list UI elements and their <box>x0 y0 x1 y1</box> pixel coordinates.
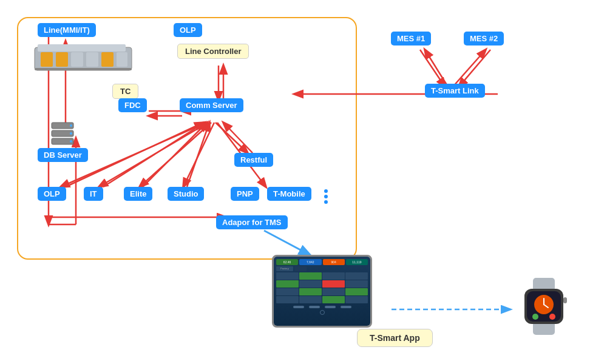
elite-box: Elite <box>124 187 152 201</box>
watch-icon <box>520 278 568 338</box>
stat1: 62.46 <box>276 259 298 265</box>
tablet-grid <box>276 272 368 303</box>
adaptor-tms-box: Adapor for TMS <box>216 215 288 229</box>
smartwatch-svg <box>520 278 568 335</box>
home-button <box>276 310 368 315</box>
it-box: IT <box>84 187 103 201</box>
svg-line-23 <box>420 50 445 87</box>
line-mmi-box: Line(MMI/IT) <box>38 23 96 37</box>
svg-rect-34 <box>117 52 127 67</box>
stat2: 7,642 <box>299 259 321 265</box>
server-icon <box>49 120 76 147</box>
svg-point-50 <box>549 314 555 320</box>
svg-point-39 <box>70 132 72 135</box>
svg-line-24 <box>459 50 490 87</box>
db-server-label: DB Server <box>38 148 88 162</box>
svg-point-37 <box>70 124 72 127</box>
svg-rect-32 <box>86 52 98 67</box>
tablet-tabs <box>276 306 368 308</box>
studio-box: Studio <box>168 187 204 201</box>
diagram-container: Line(MMI/IT) OLP Line Controller TC FDC … <box>0 0 607 364</box>
line-controller-box: Line Controller <box>177 44 249 59</box>
pnp-box: PNP <box>231 187 259 201</box>
stat4: 11,119 <box>346 259 368 265</box>
svg-rect-28 <box>38 44 126 52</box>
svg-point-49 <box>532 314 538 320</box>
tsmart-link-box: T-Smart Link <box>425 84 485 98</box>
svg-point-41 <box>70 140 72 143</box>
svg-rect-29 <box>41 52 53 67</box>
tablet-screen: 62.46 7,642 904 11,119 Factory <box>272 255 372 328</box>
olp-bottom-box: OLP <box>38 187 66 201</box>
tmobile-box: T-Mobile <box>267 187 311 201</box>
svg-rect-30 <box>56 52 68 67</box>
tc-box: TC <box>112 84 138 99</box>
db-server-area: DB Server <box>38 120 88 162</box>
stat3: 904 <box>323 259 345 265</box>
more-dots <box>324 189 328 204</box>
svg-rect-51 <box>563 297 567 303</box>
tablet-stats: 62.46 7,642 904 11,119 <box>276 259 368 265</box>
svg-line-21 <box>425 50 448 87</box>
svg-rect-33 <box>101 52 114 67</box>
machine-illustration <box>32 41 135 75</box>
tsmart-app-box: T-Smart App <box>357 329 433 347</box>
mes1-box: MES #1 <box>391 32 431 46</box>
svg-rect-31 <box>71 52 83 67</box>
tablet-inner: 62.46 7,642 904 11,119 Factory <box>274 257 370 326</box>
olp-top-box: OLP <box>174 23 202 37</box>
mes2-box: MES #2 <box>464 32 504 46</box>
comm-server-box: Comm Server <box>180 98 243 112</box>
restful-box: Restful <box>234 153 273 167</box>
svg-rect-35 <box>35 68 132 70</box>
fdc-box: FDC <box>118 98 147 112</box>
svg-line-22 <box>453 50 486 87</box>
